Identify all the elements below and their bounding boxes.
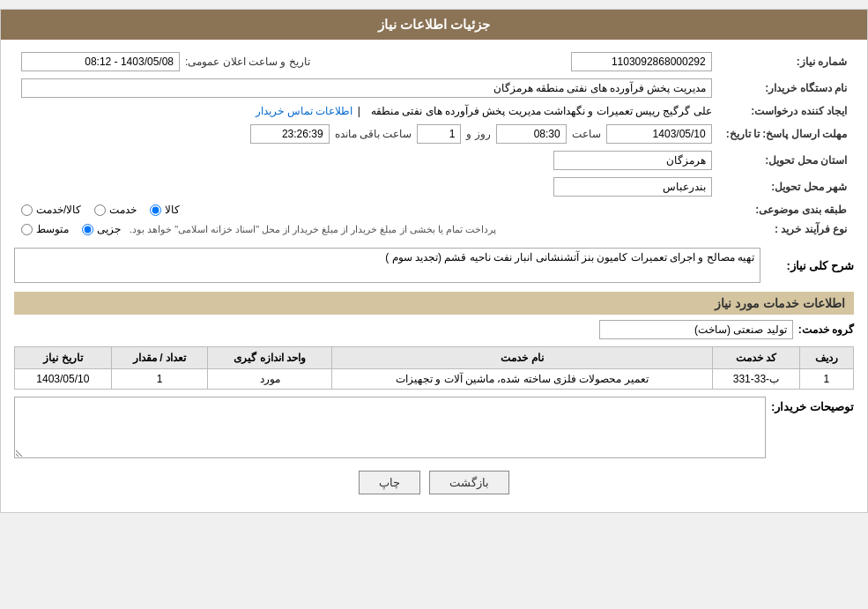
services-table: ردیف کد خدمت نام خدمت واحد اندازه گیری ت… (14, 346, 854, 390)
response-deadline-row: 1403/05/10 ساعت 08:30 روز و 1 ساعت باقی … (21, 124, 712, 144)
services-section-title: اطلاعات خدمات مورد نیاز (14, 292, 854, 315)
cell-code: ب-33-331 (713, 369, 800, 390)
service-group-row: گروه خدمت: تولید صنعتی (ساخت) (14, 320, 854, 339)
need-number-input[interactable]: 1103092868000292 (571, 52, 712, 71)
purchase-option-jozei-label: جزیی (97, 223, 121, 235)
buyer-org-value: مدیریت پخش فرآورده های نفتی منطقه هرمزگا… (14, 75, 719, 101)
buyer-org-label: نام دستگاه خریدار: (719, 75, 854, 101)
category-radio-kala[interactable] (150, 204, 161, 216)
services-table-body: 1 ب-33-331 تعمیر محصولات فلزی ساخته شده،… (15, 369, 854, 390)
row-purchase-type: نوع فرآیند خرید : متوسط جزیی (14, 219, 854, 239)
requester-value: علی گرگیج رییس تعمیرات و نگهداشت مدیریت … (14, 101, 719, 121)
row-response-deadline: مهلت ارسال پاسخ: تا تاریخ: 1403/05/10 سا… (14, 121, 854, 147)
response-time-input[interactable]: 08:30 (496, 124, 567, 144)
response-deadline-value: 1403/05/10 ساعت 08:30 روز و 1 ساعت باقی … (14, 121, 719, 147)
purchase-option-mutavasset[interactable]: متوسط (21, 223, 69, 235)
response-time-label: ساعت (572, 128, 601, 140)
cell-date: 1403/05/10 (15, 369, 112, 390)
category-radio-khedmat[interactable] (94, 204, 106, 216)
need-desc-row: شرح کلی نیاز: تهیه مصالح و اجرای تعمیرات… (14, 248, 854, 283)
remaining-time-input[interactable]: 23:26:39 (250, 124, 330, 144)
content-area: شماره نیاز: 1103092868000292 تاریخ و ساع… (1, 40, 867, 512)
cell-unit: مورد (208, 369, 331, 390)
response-date-input[interactable]: 1403/05/10 (606, 124, 712, 144)
response-deadline-label: مهلت ارسال پاسخ: تا تاریخ: (719, 121, 854, 147)
category-radio-kala-khedmat[interactable] (21, 204, 33, 216)
city-value: بندرعباس (14, 174, 719, 200)
need-desc-label: شرح کلی نیاز: (766, 259, 854, 272)
city-input[interactable]: بندرعباس (553, 177, 712, 197)
purchase-radio-mutavasset[interactable] (21, 224, 33, 235)
col-unit: واحد اندازه گیری (208, 347, 331, 369)
row-need-number: شماره نیاز: 1103092868000292 تاریخ و ساع… (14, 48, 854, 75)
cell-row: 1 (799, 369, 853, 390)
button-row: بازگشت چاپ (14, 471, 854, 494)
service-group-label: گروه خدمت: (798, 323, 854, 336)
purchase-option-jozei[interactable]: جزیی (82, 223, 121, 235)
service-group-input[interactable]: تولید صنعتی (ساخت) (599, 320, 793, 339)
row-buyer-org: نام دستگاه خریدار: مدیریت پخش فرآورده ها… (14, 75, 854, 101)
requester-label: ایجاد کننده درخواست: (719, 101, 854, 121)
requester-text: علی گرگیج رییس تعمیرات و نگهداشت مدیریت … (371, 105, 712, 117)
need-number-label: شماره نیاز: (719, 48, 854, 75)
purchase-type-row: متوسط جزیی پرداخت تمام یا بخشی از مبلغ خ… (21, 223, 712, 235)
response-day-label: روز و (466, 128, 490, 140)
purchase-radio-group: متوسط جزیی (21, 223, 121, 235)
province-input[interactable]: هرمزگان (553, 151, 712, 170)
cell-qty: 1 (111, 369, 208, 390)
buyer-desc-label: توصیحات خریدار: (775, 397, 854, 413)
services-table-header-row: ردیف کد خدمت نام خدمت واحد اندازه گیری ت… (15, 347, 854, 369)
row-city: شهر محل تحویل: بندرعباس (14, 174, 854, 200)
print-button[interactable]: چاپ (359, 471, 420, 494)
category-radio-group: کالا/خدمت خدمت کالا (21, 204, 712, 216)
category-option-kala-label: کالا (165, 204, 180, 216)
col-row: ردیف (799, 347, 853, 369)
purchase-type-label: نوع فرآیند خرید : (719, 219, 854, 239)
requester-contact-link[interactable]: اطلاعات تماس خریدار (256, 105, 352, 117)
back-button[interactable]: بازگشت (429, 471, 509, 494)
need-number-value: 1103092868000292 تاریخ و ساعت اعلان عموم… (14, 48, 719, 75)
col-qty: تعداد / مقدار (111, 347, 208, 369)
announcement-date-label: تاریخ و ساعت اعلان عمومی: (185, 56, 310, 68)
category-label: طبقه بندی موضوعی: (719, 200, 854, 219)
page-title: جزئیات اطلاعات نیاز (378, 17, 490, 32)
row-requester: ایجاد کننده درخواست: علی گرگیج رییس تعمی… (14, 101, 854, 121)
need-desc-section: شرح کلی نیاز: تهیه مصالح و اجرای تعمیرات… (14, 248, 854, 283)
purchase-note: پرداخت تمام یا بخشی از مبلغ خریدار از مب… (130, 224, 496, 235)
need-number-row: 1103092868000292 تاریخ و ساعت اعلان عموم… (21, 52, 712, 71)
province-label: استان محل تحویل: (719, 147, 854, 174)
category-value: کالا/خدمت خدمت کالا (14, 200, 719, 219)
category-option-kala[interactable]: کالا (150, 204, 180, 216)
row-category: طبقه بندی موضوعی: کالا/خدمت خدمت کالا (14, 200, 854, 219)
need-desc-input[interactable]: تهیه مصالح و اجرای تعمیرات کامیون بنز آت… (14, 248, 760, 283)
buyer-org-input[interactable]: مدیریت پخش فرآورده های نفتی منطقه هرمزگا… (21, 78, 712, 98)
purchase-type-value: متوسط جزیی پرداخت تمام یا بخشی از مبلغ خ… (14, 219, 719, 239)
purchase-radio-jozei[interactable] (82, 224, 93, 235)
announcement-date-input[interactable]: 1403/05/08 - 08:12 (21, 52, 180, 71)
info-table: شماره نیاز: 1103092868000292 تاریخ و ساع… (14, 48, 854, 239)
remaining-time-label: ساعت باقی مانده (335, 128, 412, 140)
page-wrapper: جزئیات اطلاعات نیاز شماره نیاز: 11030928… (0, 9, 868, 513)
province-value: هرمزگان (14, 147, 719, 174)
row-province: استان محل تحویل: هرمزگان (14, 147, 854, 174)
page-header: جزئیات اطلاعات نیاز (1, 10, 867, 40)
col-code: کد خدمت (713, 347, 800, 369)
table-row: 1 ب-33-331 تعمیر محصولات فلزی ساخته شده،… (15, 369, 854, 390)
category-option-khedmat[interactable]: خدمت (94, 204, 137, 216)
category-option-khedmat-label: خدمت (109, 204, 137, 216)
buyer-desc-textarea[interactable] (14, 397, 766, 458)
category-option-kala-khedmat[interactable]: کالا/خدمت (21, 204, 81, 216)
purchase-option-mutavasset-label: متوسط (36, 223, 69, 235)
requester-row: علی گرگیج رییس تعمیرات و نگهداشت مدیریت … (21, 105, 712, 117)
col-name: نام خدمت (331, 347, 712, 369)
cell-name: تعمیر محصولات فلزی ساخته شده، ماشین آلات… (331, 369, 712, 390)
buyer-desc-section: توصیحات خریدار: (14, 397, 854, 458)
city-label: شهر محل تحویل: (719, 174, 854, 200)
col-date: تاریخ نیاز (15, 347, 112, 369)
response-day-input[interactable]: 1 (417, 124, 461, 144)
services-table-head: ردیف کد خدمت نام خدمت واحد اندازه گیری ت… (15, 347, 854, 369)
category-option-kala-khedmat-label: کالا/خدمت (36, 204, 81, 216)
